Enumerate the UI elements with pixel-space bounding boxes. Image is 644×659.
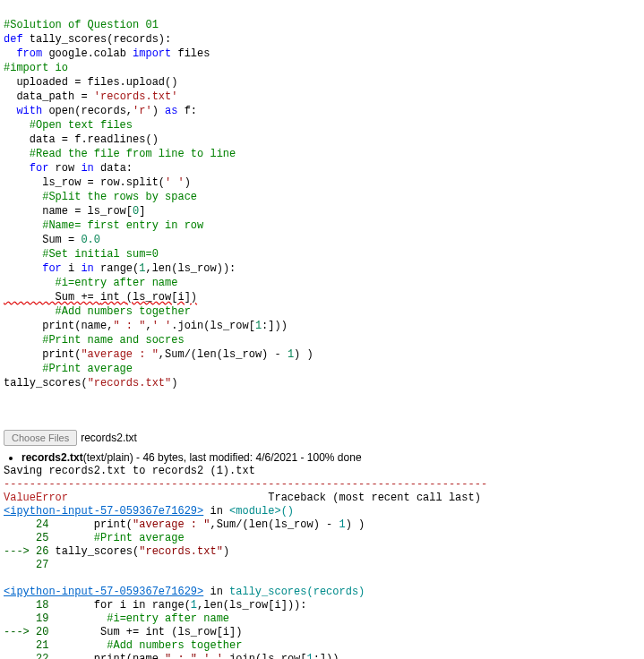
- saving-line: Saving records2.txt to records2 (1).txt: [4, 465, 644, 478]
- upload-status-line: records2.txt(text/plain) - 46 bytes, las…: [21, 451, 644, 465]
- traceback-link-2[interactable]: <ipython-input-57-059367e71629>: [4, 586, 203, 598]
- traceback-link-1[interactable]: <ipython-input-57-059367e71629>: [4, 505, 203, 518]
- code-line: #Solution of Question 01: [4, 19, 159, 31]
- error-name: ValueError: [4, 492, 68, 504]
- code-editor: #Solution of Question 01 def tally_score…: [0, 0, 644, 394]
- traceback-separator: ----------------------------------------…: [4, 478, 644, 492]
- chosen-file-label: records2.txt: [81, 432, 137, 444]
- choose-files-button[interactable]: Choose Files: [4, 430, 77, 446]
- keyword-def: def: [4, 33, 30, 46]
- output-panel: Choose Filesrecords2.txt records2.txt(te…: [0, 421, 644, 659]
- error-highlight-line: Sum += int (ls_row[i]): [4, 291, 197, 304]
